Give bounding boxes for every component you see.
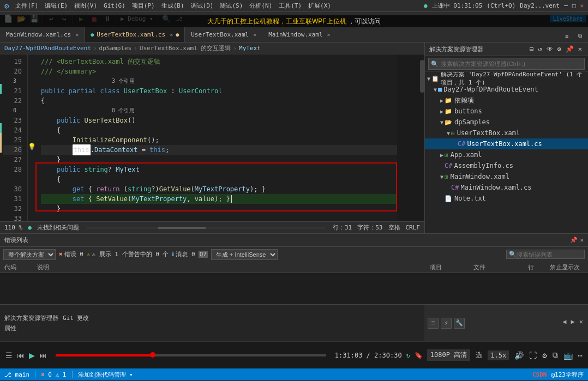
scroll-indicator[interactable] xyxy=(87,227,325,229)
expand-arrow-sol: ▼ xyxy=(427,76,430,82)
pip-icon[interactable]: ⧉ xyxy=(553,350,558,360)
scrollbar-thumb[interactable] xyxy=(420,60,424,93)
scrollbar-track[interactable] xyxy=(420,55,424,221)
message-count[interactable]: ℹ 消息 0 xyxy=(172,250,195,258)
expand-arrow-mw: ▼ xyxy=(440,174,443,180)
editor-content[interactable]: 19 20 3 21 22 0 23 24 25 26 27 28 30 31 … xyxy=(0,55,424,221)
quality-label[interactable]: 1080P 高清 xyxy=(427,349,470,361)
error-x-icon: ✖ xyxy=(59,251,63,258)
edit-menu[interactable]: 编辑(E) xyxy=(45,2,68,10)
build-menu[interactable]: 生成(B) xyxy=(161,2,184,10)
tab-mainwindow-cs[interactable]: MainWindow.xaml.cs ✕ xyxy=(0,27,85,42)
volume-icon[interactable]: 🔊 xyxy=(514,351,524,360)
file-menu[interactable]: 文件(F) xyxy=(15,2,38,10)
close-button[interactable]: ✕ xyxy=(580,2,584,9)
dock-icon[interactable]: 📌 xyxy=(564,45,575,53)
refresh-icon[interactable]: ↺ xyxy=(536,45,543,53)
tree-buttons[interactable]: ▶ 📁 buttons xyxy=(425,106,588,117)
bottom-panel: 解决方案资源管理器 Git 更改 属性 ≡ ⚡ 🔧 ◀ ▶ ✕ xyxy=(0,304,588,341)
prev-icon[interactable]: ⏮ xyxy=(17,351,25,360)
tab-usertextbox-xaml[interactable]: UserTextBox.xaml ✕ xyxy=(185,27,262,42)
warning-count[interactable]: ⚠ ⚠ 展示 1 个警告中的 0 个 xyxy=(87,250,169,258)
project-menu[interactable]: 项目(P) xyxy=(132,2,155,10)
tree-usertextbox-xaml[interactable]: ▼ ⊞ UserTextBox.xaml xyxy=(425,128,588,138)
ln-24: 24 xyxy=(3,125,22,135)
tree-usertextbox-cs[interactable]: ▶ C# UserTextBox.xaml.cs xyxy=(425,138,588,149)
tree-deps[interactable]: ▶ 📁 依赖项 xyxy=(425,95,588,106)
fullscreen-icon[interactable]: ⛶ xyxy=(529,351,537,360)
topbar-right: ● 上课中 01:31:05 (Ctrl+Q) Day2...vent ─ □ … xyxy=(424,2,584,10)
tools-menu[interactable]: 工具(T) xyxy=(279,2,302,10)
play-icon[interactable]: ▶ xyxy=(29,349,35,361)
panel-prev[interactable]: ◀ xyxy=(561,318,568,329)
collapse-all-icon[interactable]: ⊟ xyxy=(528,45,535,53)
tree-solution[interactable]: ▼ 📋 解决方案 'Day27-WpfDPAndRouteEvent' (1 个… xyxy=(425,73,588,84)
git-menu[interactable]: Git(G) xyxy=(104,2,125,9)
progress-bar[interactable] xyxy=(56,354,326,356)
git-branch[interactable]: ⎇ main xyxy=(4,371,29,378)
tab-overflow-icon[interactable]: ≡ xyxy=(561,30,573,42)
attr-icon-1[interactable]: ≡ xyxy=(428,318,439,329)
next-icon[interactable]: ⏭ xyxy=(39,351,47,360)
status-sep-1 xyxy=(35,371,35,378)
tab-usertextbox-cs[interactable]: ● UserTextBox.xaml.cs ✕ ● xyxy=(85,27,185,42)
tab-split-icon[interactable]: ⧉ xyxy=(574,30,586,42)
bookmark-icon[interactable]: 🔖 xyxy=(415,352,423,359)
ci-4 xyxy=(0,84,2,94)
settings-icon[interactable]: ⚙ xyxy=(556,45,563,53)
error-search-input[interactable] xyxy=(517,251,582,258)
cast-icon[interactable]: 📺 xyxy=(563,351,573,360)
tab-close-0[interactable]: ✕ xyxy=(75,32,79,38)
extensions-menu[interactable]: 扩展(X) xyxy=(308,2,331,10)
ln-30: 30 xyxy=(3,184,22,194)
panel-close[interactable]: ✕ xyxy=(578,318,585,329)
speed-label[interactable]: 1.5x xyxy=(488,350,509,360)
editor-statusbar: 110 % ● 未找到相关问题 行：31 字符：53 空格 CRLF xyxy=(0,221,424,233)
attr-icon-2[interactable]: ⚡ xyxy=(441,318,452,329)
build-selector[interactable]: 生成 + IntelliSense xyxy=(211,249,278,260)
project-icon: ■ xyxy=(438,86,442,93)
tab-close-2[interactable]: ✕ xyxy=(253,32,256,38)
view-menu[interactable]: 视图(V) xyxy=(74,2,97,10)
git-tab[interactable]: Git 更改 xyxy=(63,314,89,322)
error-panel-dock[interactable]: 📌 xyxy=(570,237,578,244)
tab-close-3[interactable]: ✕ xyxy=(327,32,331,38)
analyze-menu[interactable]: 分析(N) xyxy=(249,2,272,10)
refresh-icon-video[interactable]: ↻ xyxy=(406,352,410,359)
attr-icon-3[interactable]: 🔧 xyxy=(454,318,465,329)
subtitles-icon[interactable]: 选 xyxy=(476,350,482,360)
scope-selector[interactable]: 整个解决方案 xyxy=(3,249,56,260)
sol-mgr-tab[interactable]: 解决方案资源管理器 xyxy=(4,314,58,322)
maximize-button[interactable]: □ xyxy=(572,2,576,9)
tree-mainwindow-xaml[interactable]: ▼ ⊞ MainWindow.xaml xyxy=(425,171,588,182)
playlist-icon[interactable]: ☰ xyxy=(5,351,13,360)
window-title: Day2...vent xyxy=(520,2,560,9)
more-icon[interactable]: ⋯ xyxy=(578,351,583,360)
solution-search-input[interactable] xyxy=(439,59,582,69)
minimize-button[interactable]: ─ xyxy=(564,2,568,9)
settings-video-icon[interactable]: ⚙ xyxy=(542,351,547,360)
error-count[interactable]: ✖ 错误 0 xyxy=(59,250,83,258)
gutter: 💡 xyxy=(28,55,35,221)
zoom-level[interactable]: 110 % xyxy=(4,224,22,231)
tree-dpsamples[interactable]: ▼ 📂 dpSamples xyxy=(425,117,588,128)
folder-icon-dp: 📂 xyxy=(445,119,452,126)
tree-note[interactable]: ▶ 📄 Note.txt xyxy=(425,193,588,204)
menu-bar: ⚙ 文件(F) 编辑(E) 视图(V) Git(G) 项目(P) 生成(B) 调… xyxy=(0,0,588,12)
show-all-icon[interactable]: 👁 xyxy=(545,45,555,53)
tab-mainwindow-xaml[interactable]: MainWindow.xaml ✕ xyxy=(262,27,336,42)
test-menu[interactable]: 测试(S) xyxy=(220,2,243,10)
tree-mainwindow-cs[interactable]: ▶ C# MainWindow.xaml.cs xyxy=(425,182,588,193)
gi-warning: 💡 xyxy=(28,143,35,153)
add-to-repo[interactable]: 添加到源代码管理 ▾ xyxy=(78,371,133,379)
panel-next[interactable]: ▶ xyxy=(569,318,577,329)
tab-close-1[interactable]: ✕ xyxy=(170,32,173,38)
code-content[interactable]: /// <UserTextBox.xaml 的交互逻辑 /// </summar… xyxy=(35,55,397,221)
tree-app-xaml[interactable]: ▶ ⊞ App.xaml xyxy=(425,149,588,160)
error-panel-close[interactable]: ✕ xyxy=(580,237,584,244)
error-panel-actions: 📌 ✕ xyxy=(570,237,584,244)
close-panel-icon[interactable]: ✕ xyxy=(577,45,584,53)
tree-assemblyinfo[interactable]: ▶ C# AssemblyInfo.cs xyxy=(425,160,588,171)
debug-menu[interactable]: 调试(D) xyxy=(191,2,214,10)
props-tab[interactable]: 属性 xyxy=(4,324,16,332)
